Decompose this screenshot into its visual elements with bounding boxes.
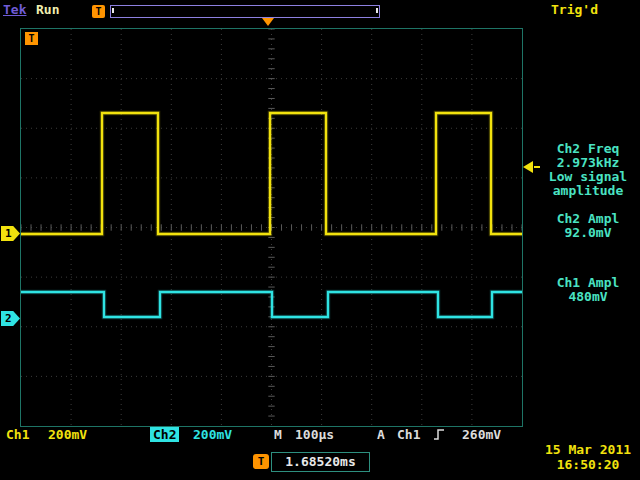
trigger-level-arrow-icon	[523, 161, 533, 173]
ch2-scale-label: Ch2	[150, 427, 179, 442]
record-bar-left-tick	[112, 8, 114, 13]
trigger-mode-label: A	[377, 427, 385, 442]
date-display: 15 Mar 2011	[540, 442, 636, 457]
measurement-note: amplitude	[536, 184, 640, 198]
measurement-ch2-ampl: Ch2 Ampl 92.0mV	[536, 212, 640, 240]
measurement-ch1-ampl: Ch1 Ampl 480mV	[536, 276, 640, 304]
oscilloscope-screen: Tek Run T Trig'd T 1 2 Ch2 Freq 2.973kHz…	[0, 0, 640, 480]
measurement-label: Ch2 Ampl	[536, 212, 640, 226]
measurement-value: 2.973kHz	[536, 156, 640, 170]
trigger-time-marker-icon: T	[25, 32, 38, 45]
ch2-scale-value: 200mV	[193, 427, 232, 442]
ch1-scale-label: Ch1	[6, 427, 29, 442]
record-bar-right-tick	[376, 8, 378, 13]
time-display: 16:50:20	[540, 457, 636, 472]
measurement-note: Low signal	[536, 170, 640, 184]
measurement-label: Ch2 Freq	[536, 142, 640, 156]
measurement-value: 92.0mV	[536, 226, 640, 240]
ch2-ground-marker: 2	[1, 311, 20, 326]
graticule	[20, 28, 523, 427]
measurement-label: Ch1 Ampl	[536, 276, 640, 290]
ch1-ground-marker: 1	[1, 226, 20, 241]
timebase-label: M	[274, 427, 282, 442]
trigger-position-marker-icon	[262, 18, 274, 26]
trigger-status: Trig'd	[551, 2, 598, 17]
ch1-scale-value: 200mV	[48, 427, 87, 442]
ch1-trace-glow	[21, 113, 522, 234]
trigger-position-readout: 1.68520ms	[271, 452, 370, 472]
record-position-bar	[110, 5, 380, 18]
timebase-value: 100µs	[295, 427, 334, 442]
acquisition-status: Run	[36, 2, 59, 17]
waveform-display	[21, 29, 522, 426]
trigger-source: Ch1	[397, 427, 420, 442]
trigger-icon: T	[92, 5, 105, 18]
measurement-value: 480mV	[536, 290, 640, 304]
trigger-position-icon: T	[253, 454, 269, 469]
rising-edge-icon	[433, 429, 445, 440]
trigger-level-value: 260mV	[462, 427, 501, 442]
measurement-ch2-freq: Ch2 Freq 2.973kHz Low signal amplitude	[536, 142, 640, 198]
brand-logo: Tek	[3, 2, 26, 17]
ch2-trace	[21, 292, 522, 317]
